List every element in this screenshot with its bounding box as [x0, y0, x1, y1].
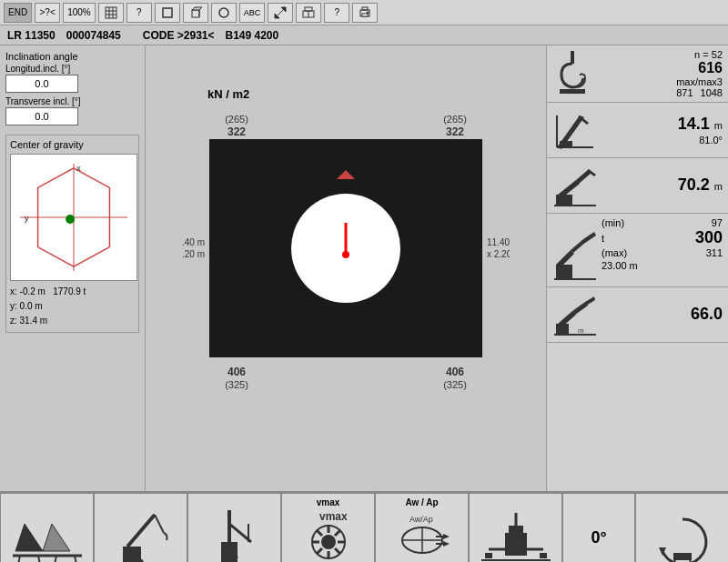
svg-rect-16 — [362, 14, 368, 16]
svg-point-35 — [342, 251, 349, 258]
unit-m2: m — [714, 181, 723, 192]
svg-text:y: y — [25, 213, 29, 223]
svg-marker-69 — [43, 524, 70, 551]
svg-rect-13 — [305, 7, 312, 11]
longit-value[interactable]: 0.0 — [5, 75, 78, 93]
rp-70-values: 70.2 m — [602, 176, 723, 196]
svg-marker-7 — [192, 7, 202, 10]
rp-row-3: (min) 97 t 300 (max) 311 23.00 m — [547, 214, 728, 287]
svg-line-95 — [335, 548, 340, 554]
slewing-button[interactable] — [635, 493, 728, 562]
svg-text:11.40 m: 11.40 m — [487, 237, 510, 247]
rp-n-value: n = 52 616 max/max3 871 1048 — [676, 49, 723, 98]
derricking-button[interactable] — [94, 493, 187, 562]
cog-y: y: 0.0 m — [10, 299, 135, 314]
zoom-button[interactable]: 100% — [63, 3, 96, 23]
end-button[interactable]: END — [4, 3, 32, 23]
val616: 616 — [676, 60, 723, 76]
svg-text:(265): (265) — [443, 114, 467, 125]
cog-x: x: -0.2 m 1770.9 t — [10, 285, 135, 299]
center-panel: kN / m2 (265) 322 (265) 322 — [146, 45, 546, 491]
rp-row-1: 14.1 m 81.0° — [547, 103, 728, 158]
svg-rect-5 — [163, 8, 172, 17]
val871: 871 — [676, 87, 693, 98]
aw-ap-label: Aw / Ap — [376, 497, 468, 507]
rp-minmax-values: (min) 97 t 300 (max) 311 23.00 m — [602, 217, 723, 283]
unit-label: kN / m2 — [207, 87, 249, 101]
svg-text:(325): (325) — [443, 379, 467, 390]
val1048: 1048 — [701, 87, 723, 98]
print-button[interactable] — [352, 3, 378, 23]
crane-hook-icon — [552, 49, 671, 96]
svg-rect-112 — [485, 553, 492, 558]
degree-button[interactable]: 0° — [562, 493, 635, 562]
val-14: 14.1 m — [602, 115, 723, 135]
resize-button[interactable] — [268, 3, 293, 23]
right-panel: n = 52 616 max/max3 871 1048 — [546, 45, 728, 491]
inclination-section: Inclination angle Longitud.incl. [°] 0.0… — [5, 51, 139, 129]
svg-text:406: 406 — [446, 366, 464, 378]
maxmax3-label: max/max3 — [676, 76, 723, 87]
header-bar: LR 11350 000074845 CODE >2931< B149 4200 — [0, 25, 728, 45]
svg-text:322: 322 — [446, 125, 464, 138]
svg-text:m: m — [578, 326, 584, 335]
min-label: (min) — [602, 217, 624, 228]
t-label: t — [602, 233, 604, 244]
lr-number: 000074845 — [66, 29, 121, 42]
svg-point-17 — [367, 12, 369, 14]
cube-button[interactable] — [183, 3, 208, 23]
transverse-label: Transverse incl. [°] — [5, 96, 139, 106]
svg-marker-65 — [572, 302, 588, 315]
query-button[interactable]: >?< — [35, 3, 60, 23]
svg-rect-15 — [362, 7, 368, 10]
svg-marker-103 — [443, 534, 450, 539]
text-button[interactable]: ABC — [239, 3, 266, 23]
hoisting-button[interactable] — [187, 493, 281, 562]
rp-row-2: 70.2 m — [547, 158, 728, 214]
svg-text:11.40 m: 11.40 m — [182, 237, 205, 247]
circle-button[interactable] — [211, 3, 237, 23]
svg-rect-53 — [556, 195, 572, 206]
svg-text:vmax: vmax — [319, 510, 348, 523]
svg-rect-107 — [505, 533, 527, 556]
left-panel: Inclination angle Longitud.incl. [°] 0.0… — [0, 45, 146, 491]
main-area: Inclination angle Longitud.incl. [°] 0.0… — [0, 45, 728, 491]
svg-rect-116 — [673, 553, 692, 560]
val-66: 66.0 — [602, 305, 723, 325]
svg-text:Aw/Ap: Aw/Ap — [410, 515, 433, 524]
svg-text:x 2.20 m: x 2.20 m — [487, 249, 510, 259]
dim-23: 23.00 m — [602, 260, 638, 271]
svg-rect-46 — [560, 89, 585, 94]
square-button[interactable] — [155, 3, 180, 23]
degree-label: 0° — [591, 528, 606, 547]
inclination-title: Inclination angle — [5, 51, 139, 62]
svg-rect-113 — [540, 553, 547, 558]
n-label: n = 52 — [676, 49, 723, 60]
crane-section-icon — [552, 217, 598, 283]
svg-line-97 — [317, 548, 322, 554]
svg-line-94 — [317, 530, 322, 536]
load-chart-button[interactable] — [0, 493, 94, 562]
svg-rect-45 — [571, 51, 574, 64]
aw-ap-button[interactable]: Aw / Ap Aw/Ap — [375, 493, 469, 562]
svg-marker-66 — [585, 296, 595, 306]
svg-text:(325): (325) — [225, 379, 248, 390]
lr-code: LR 11350 — [7, 29, 56, 42]
svg-marker-105 — [443, 541, 450, 547]
help-button[interactable]: ? — [126, 3, 152, 23]
transverse-value[interactable]: 0.0 — [5, 107, 78, 125]
grid2-button[interactable] — [296, 3, 321, 23]
grid-button[interactable] — [98, 3, 124, 23]
crane-last-icon: m — [552, 291, 598, 338]
svg-marker-60 — [571, 239, 586, 253]
vmax-label: vmax — [282, 497, 374, 507]
val-70: 70.2 m — [602, 176, 723, 196]
cog-diagram: x y — [10, 154, 137, 281]
min-val: 97 — [712, 217, 723, 228]
svg-point-9 — [219, 8, 228, 17]
svg-text:x 2.20 m: x 2.20 m — [182, 249, 205, 259]
vmax-button[interactable]: vmax vmax — [281, 493, 375, 562]
outrigger-button[interactable] — [469, 493, 562, 562]
svg-line-10 — [275, 7, 286, 18]
help2-button[interactable]: ? — [324, 3, 349, 23]
